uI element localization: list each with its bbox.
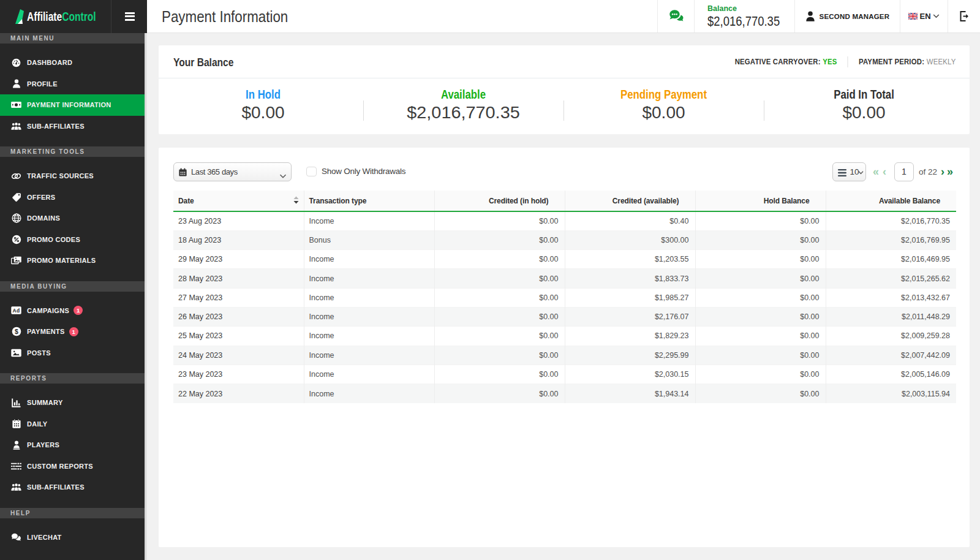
svg-text:$: $ bbox=[14, 328, 18, 335]
svg-text:Ad: Ad bbox=[13, 308, 20, 314]
